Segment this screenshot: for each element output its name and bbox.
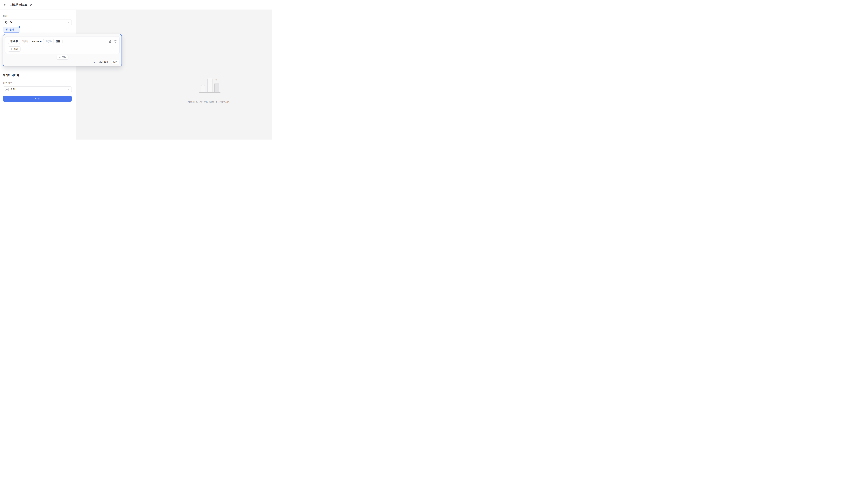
object-select-value: 딜 bbox=[10, 21, 12, 24]
trash-icon bbox=[114, 40, 117, 43]
visualization-heading: 데이터 시각화 bbox=[3, 74, 19, 77]
arrow-left-icon bbox=[3, 3, 7, 7]
filter-popover: 딜 유형 이(가) Re:catch 와(과) 같음 bbox=[3, 34, 122, 66]
condition-actions bbox=[109, 40, 117, 43]
chart-type-label: 차트 유형 bbox=[3, 82, 12, 85]
condition-field-chip[interactable]: 딜 유형 bbox=[8, 39, 20, 44]
report-config-sidebar: 개체 딜 필터 (1) 데이터 시각화 차트 유형 12 숫자 적용 bbox=[0, 10, 76, 140]
chevron-down-icon bbox=[67, 21, 69, 24]
add-condition-row: 조건 bbox=[8, 47, 117, 52]
condition-value-chip[interactable]: Re:catch bbox=[30, 39, 44, 44]
placeholder-baseline bbox=[199, 92, 220, 93]
condition-conjunction: 와(과) bbox=[45, 40, 52, 43]
question-mark: ? bbox=[215, 78, 217, 81]
condition-conjunction: 이(가) bbox=[22, 40, 28, 43]
back-button[interactable] bbox=[3, 3, 7, 7]
funnel-icon bbox=[5, 28, 8, 31]
number-badge-icon: 12 bbox=[5, 88, 9, 91]
edit-condition-button[interactable] bbox=[109, 40, 112, 43]
condition-operator-chip[interactable]: 같음 bbox=[53, 39, 62, 44]
plus-icon bbox=[10, 48, 12, 50]
filter-button[interactable]: 필터 (1) bbox=[3, 27, 20, 32]
object-label: 개체 bbox=[3, 15, 7, 18]
placeholder-bar-medium bbox=[214, 83, 219, 92]
close-popover-button[interactable]: 닫기 bbox=[111, 60, 119, 64]
placeholder-bar-short bbox=[201, 85, 205, 92]
chevron-down-icon bbox=[67, 88, 69, 90]
plus-icon bbox=[59, 56, 61, 58]
empty-state-message: 차트에 필요한 데이터를 추가해주세요. bbox=[187, 100, 231, 104]
pencil-line-icon bbox=[30, 3, 32, 6]
handshake-icon bbox=[5, 21, 8, 24]
page-title: 새로운 리포트 bbox=[10, 3, 27, 7]
placeholder-bar-tall bbox=[208, 78, 213, 92]
section-divider bbox=[3, 69, 73, 69]
rename-report-button[interactable] bbox=[29, 3, 33, 7]
filter-active-dot bbox=[19, 26, 20, 28]
object-select[interactable]: 딜 bbox=[3, 19, 72, 25]
filter-condition-group: 딜 유형 이(가) Re:catch 와(과) 같음 bbox=[5, 36, 120, 54]
header: 새로운 리포트 bbox=[0, 0, 272, 10]
add-condition-button[interactable]: 조건 bbox=[8, 47, 21, 52]
add-or-group-button[interactable]: 또는 bbox=[57, 55, 68, 60]
popover-footer: 모든 필터 삭제 닫기 bbox=[93, 60, 119, 64]
chart-preview-panel: ? 차트에 필요한 데이터를 추가해주세요. bbox=[76, 10, 272, 140]
add-or-group-label: 또는 bbox=[62, 56, 66, 59]
filter-condition-row: 딜 유형 이(가) Re:catch 와(과) 같음 bbox=[8, 39, 117, 44]
add-condition-label: 조건 bbox=[13, 48, 18, 51]
apply-button[interactable]: 적용 bbox=[3, 96, 72, 102]
chart-type-select[interactable]: 12 숫자 bbox=[3, 86, 72, 92]
empty-chart-illustration: ? bbox=[199, 78, 220, 93]
pencil-line-icon bbox=[109, 40, 112, 43]
filter-button-label: 필터 (1) bbox=[9, 28, 18, 31]
clear-all-filters-button[interactable]: 모든 필터 삭제 bbox=[93, 60, 108, 64]
delete-condition-button[interactable] bbox=[114, 40, 117, 43]
chart-type-select-value: 숫자 bbox=[10, 88, 15, 91]
